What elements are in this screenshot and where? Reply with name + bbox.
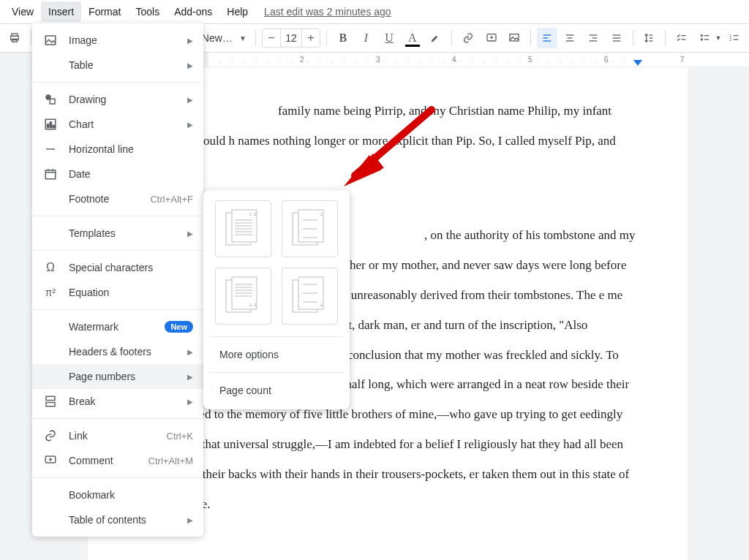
svg-rect-41 [45,170,56,179]
line-spacing-button[interactable] [639,28,660,48]
menu-item-watermark[interactable]: Watermark New [32,314,203,339]
italic-button[interactable]: I [356,28,377,48]
submenu-arrow-icon: ▶ [187,96,193,104]
menu-help[interactable]: Help [219,1,255,22]
link-icon [42,429,59,442]
menu-item-horizontal-line[interactable]: Horizontal line [32,137,203,162]
numbered-list-button[interactable]: 12 [724,28,745,48]
menu-item-headers-footers[interactable]: Headers & footers ▶ [32,339,203,364]
svg-rect-33 [45,36,56,45]
menu-item-break[interactable]: Break ▶ [32,389,203,414]
menu-item-page-numbers[interactable]: Page numbers ▶ [32,364,203,389]
svg-point-27 [701,39,702,40]
svg-text:2: 2 [730,37,732,42]
menu-item-equation[interactable]: π² Equation [32,280,203,305]
svg-rect-61 [298,210,323,242]
text-color-button[interactable]: A [402,28,423,48]
menu-bar: View Insert Format Tools Add-ons Help La… [0,0,749,23]
menu-view[interactable]: View [4,1,41,22]
submenu-arrow-icon: ▶ [187,373,193,381]
checklist-button[interactable] [671,28,692,48]
menu-addons[interactable]: Add-ons [167,1,219,22]
menu-separator [32,216,203,216]
align-justify-button[interactable] [606,28,627,48]
svg-rect-45 [46,396,55,400]
menu-item-drawing[interactable]: Drawing ▶ [32,87,203,112]
last-edit-link[interactable]: Last edit was 2 minutes ago [264,6,391,18]
chart-icon [42,118,59,131]
submenu-arrow-icon: ▶ [187,398,193,406]
menu-item-date[interactable]: Date [32,162,203,186]
pagenum-option-footer-all[interactable]: 12 [215,268,271,325]
menu-item-comment[interactable]: Comment Ctrl+Alt+M [32,448,203,473]
font-family-select[interactable]: New… ▼ [199,32,249,44]
print-button[interactable] [4,28,25,48]
svg-rect-39 [53,126,54,128]
new-badge: New [165,321,193,333]
svg-rect-35 [50,99,55,104]
submenu-separator [209,372,344,373]
submenu-arrow-icon: ▶ [187,121,193,129]
insert-menu-dropdown: Image ▶ Table ▶ Drawing ▶ Chart ▶ Horizo… [32,23,203,537]
menu-item-footnote[interactable]: Footnote Ctrl+Alt+F [32,186,203,211]
font-size-value[interactable]: 12 [280,29,302,47]
menu-separator [32,250,203,251]
paragraph[interactable]: family name being Pirrip, and my Christi… [161,97,636,186]
menu-format[interactable]: Format [81,1,128,22]
toolbar-divider [326,30,327,46]
menu-item-link[interactable]: Link Ctrl+K [32,423,203,448]
svg-point-25 [701,35,702,37]
pagenum-option-footer-skip-first[interactable]: 1 [282,268,338,325]
menu-tools[interactable]: Tools [128,1,167,22]
font-family-label: New… [202,32,233,44]
submenu-arrow-icon: ▶ [187,516,193,524]
menu-item-image[interactable]: Image ▶ [32,28,203,53]
align-right-button[interactable] [583,28,603,48]
pagenum-option-header-all[interactable]: 12 [215,200,271,257]
pagenum-more-options[interactable]: More options [212,341,341,368]
toolbar-divider [633,30,633,46]
bullet-list-button[interactable] [695,28,715,48]
pagenum-option-header-skip-first[interactable]: 1 [282,200,338,257]
svg-rect-46 [46,403,55,406]
ruler-right-margin-marker[interactable] [633,60,642,66]
menu-separator [32,418,203,419]
submenu-arrow-icon: ▶ [187,61,193,69]
highlight-button[interactable] [426,28,446,48]
menu-item-special-characters[interactable]: Ω Special characters [32,255,203,280]
toolbar-divider [530,30,531,46]
horizontal-line-icon [42,143,59,156]
menu-item-toc[interactable]: Table of contents ▶ [32,507,203,532]
menu-separator [32,82,203,83]
image-icon [42,34,59,47]
insert-comment-button[interactable] [481,28,502,48]
font-size-decrease[interactable]: − [263,31,280,45]
svg-rect-38 [50,122,51,128]
menu-separator [32,309,203,310]
menu-item-table[interactable]: Table ▶ [32,53,203,77]
insert-link-button[interactable] [458,28,478,48]
bold-button[interactable]: B [333,28,353,48]
toolbar-divider [31,30,31,46]
svg-rect-6 [510,34,519,41]
submenu-arrow-icon: ▶ [187,37,193,45]
comment-icon [42,454,59,467]
pi-icon: π² [42,287,59,298]
font-size-stepper[interactable]: − 12 + [262,29,320,48]
menu-insert[interactable]: Insert [41,1,81,22]
menu-separator [32,477,203,478]
menu-item-templates[interactable]: Templates ▶ [32,221,203,246]
pagenum-page-count[interactable]: Page count [212,377,341,404]
font-size-increase[interactable]: + [302,31,320,45]
omega-icon: Ω [42,261,59,274]
toolbar-divider [255,30,256,46]
dropdown-arrow-icon[interactable]: ▼ [715,34,721,42]
insert-image-button[interactable] [504,28,524,48]
underline-button[interactable]: U [379,28,399,48]
menu-item-bookmark[interactable]: Bookmark [32,483,203,507]
menu-item-chart[interactable]: Chart ▶ [32,112,203,137]
align-left-button[interactable] [537,28,557,48]
toolbar-divider [451,30,452,46]
page-numbers-submenu: 12 1 12 1 More option [203,190,350,409]
align-center-button[interactable] [560,28,581,48]
